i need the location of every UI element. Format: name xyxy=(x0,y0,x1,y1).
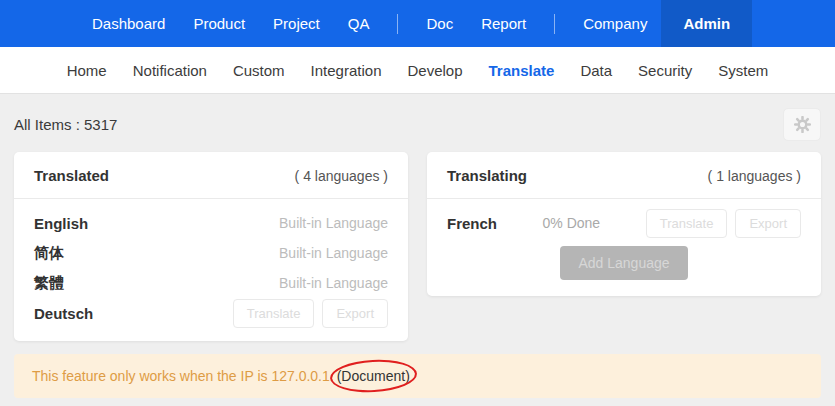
card-language-count: ( 4 languages ) xyxy=(295,168,388,184)
translating-card-body: French 0% Done Translate Export Add Lang… xyxy=(427,199,821,296)
card-title: Translated xyxy=(34,167,109,184)
language-name: 繁體 xyxy=(34,274,64,293)
top-nav: Dashboard Product Project QA Doc Report … xyxy=(0,0,835,47)
subnav-home[interactable]: Home xyxy=(54,47,120,94)
translating-card: Translating ( 1 languages ) French 0% Do… xyxy=(427,152,821,296)
ip-notice-bar: This feature only works when the IP is 1… xyxy=(14,354,821,398)
card-title: Translating xyxy=(447,167,527,184)
language-status: Built-in Language xyxy=(279,245,388,261)
document-link-label: (Document) xyxy=(337,368,410,384)
topnav-admin[interactable]: Admin xyxy=(661,0,752,47)
language-row: 繁體 Built-in Language xyxy=(34,268,388,298)
topnav-qa[interactable]: QA xyxy=(334,0,384,47)
row-actions: Translate Export xyxy=(233,299,388,328)
language-status: Built-in Language xyxy=(279,275,388,291)
export-button[interactable]: Export xyxy=(735,209,801,238)
topnav-doc[interactable]: Doc xyxy=(412,0,467,47)
translate-button[interactable]: Translate xyxy=(646,209,728,238)
nav-divider xyxy=(554,14,555,34)
add-language-button[interactable]: Add Language xyxy=(560,246,687,280)
subnav-security[interactable]: Security xyxy=(625,47,705,94)
language-row: English Built-in Language xyxy=(34,208,388,238)
export-button[interactable]: Export xyxy=(322,299,388,328)
subnav-data[interactable]: Data xyxy=(567,47,625,94)
language-name: Deutsch xyxy=(34,305,93,322)
sub-nav: Home Notification Custom Integration Dev… xyxy=(0,47,835,94)
language-row: Deutsch Translate Export xyxy=(34,298,388,328)
topnav-project[interactable]: Project xyxy=(259,0,334,47)
document-link[interactable]: (Document) xyxy=(337,368,410,384)
settings-button[interactable] xyxy=(783,108,821,141)
translated-card-header: Translated ( 4 languages ) xyxy=(14,152,408,199)
main-content: All Items : 5317 xyxy=(0,94,835,398)
language-row: 简体 Built-in Language xyxy=(34,238,388,268)
gear-icon xyxy=(794,116,811,133)
topnav-report[interactable]: Report xyxy=(467,0,540,47)
translated-card: Translated ( 4 languages ) English Built… xyxy=(14,152,408,341)
language-cards: Translated ( 4 languages ) English Built… xyxy=(14,152,821,341)
ip-notice-text: This feature only works when the IP is 1… xyxy=(32,368,334,384)
subnav-integration[interactable]: Integration xyxy=(298,47,395,94)
translating-card-header: Translating ( 1 languages ) xyxy=(427,152,821,199)
subnav-develop[interactable]: Develop xyxy=(394,47,475,94)
summary-row: All Items : 5317 xyxy=(14,94,821,152)
translation-progress: 0% Done xyxy=(543,215,601,231)
subnav-custom[interactable]: Custom xyxy=(220,47,298,94)
language-name: French xyxy=(447,215,497,232)
card-language-count: ( 1 languages ) xyxy=(708,168,801,184)
topnav-company[interactable]: Company xyxy=(569,0,661,47)
all-items-count: All Items : 5317 xyxy=(14,116,117,133)
subnav-notification[interactable]: Notification xyxy=(120,47,220,94)
language-name: 简体 xyxy=(34,244,64,263)
language-row: French 0% Done Translate Export xyxy=(447,208,801,238)
language-name: English xyxy=(34,215,88,232)
translated-card-body: English Built-in Language 简体 Built-in La… xyxy=(14,199,408,341)
subnav-system[interactable]: System xyxy=(705,47,781,94)
subnav-translate[interactable]: Translate xyxy=(476,47,568,94)
add-language-row: Add Language xyxy=(447,238,801,283)
topnav-dashboard[interactable]: Dashboard xyxy=(78,0,179,47)
translate-button[interactable]: Translate xyxy=(233,299,315,328)
topnav-product[interactable]: Product xyxy=(179,0,259,47)
nav-divider xyxy=(397,14,398,34)
row-actions: Translate Export xyxy=(646,209,801,238)
language-status: Built-in Language xyxy=(279,215,388,231)
